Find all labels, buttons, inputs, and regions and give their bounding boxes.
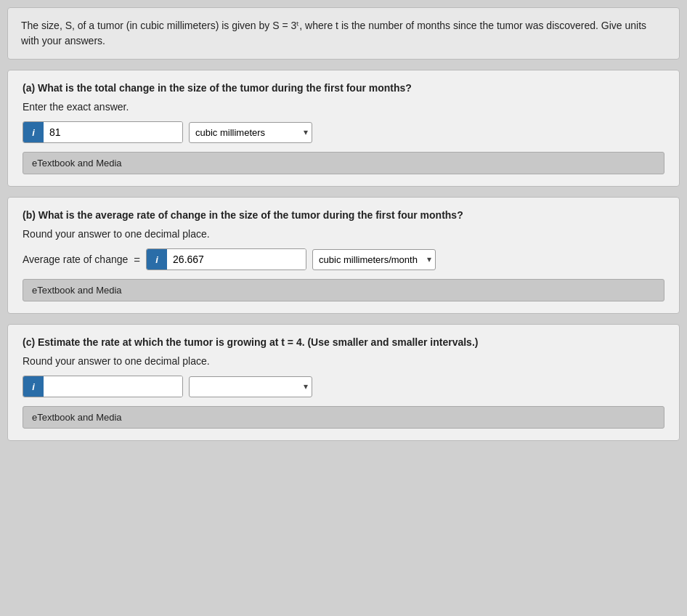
part-b-input-group: i: [146, 248, 306, 270]
intro-card: The size, S, of a tumor (in cubic millim…: [7, 7, 680, 60]
part-c-input-row: i cubic millimeters/month cubic millimet…: [23, 376, 664, 397]
part-b-etextbook[interactable]: eTextbook and Media: [23, 279, 664, 301]
part-b-input-row: Average rate of change = i cubic millime…: [23, 248, 664, 270]
part-c-icon: i: [23, 376, 44, 397]
part-b-card: (b) What is the average rate of change i…: [7, 197, 680, 314]
part-a-input-group: i: [23, 121, 183, 143]
part-c-etextbook[interactable]: eTextbook and Media: [23, 406, 664, 429]
part-c-instruction: Round your answer to one decimal place.: [23, 355, 664, 367]
part-a-instruction: Enter the exact answer.: [23, 101, 664, 113]
part-b-instruction: Round your answer to one decimal place.: [23, 228, 664, 240]
part-a-input-row: i cubic millimeters cubic millimeters/mo…: [23, 121, 664, 143]
part-b-equals: =: [134, 254, 140, 266]
part-a-unit-select-wrapper: cubic millimeters cubic millimeters/mont…: [189, 122, 312, 143]
part-a-etextbook[interactable]: eTextbook and Media: [23, 152, 664, 174]
part-b-unit-select-wrapper: cubic millimeters/month cubic millimeter…: [312, 249, 436, 270]
part-b-input[interactable]: [167, 249, 306, 270]
intro-text: The size, S, of a tumor (in cubic millim…: [21, 20, 646, 46]
part-a-input[interactable]: [44, 122, 182, 142]
part-b-question: (b) What is the average rate of change i…: [23, 209, 664, 221]
part-c-card: (c) Estimate the rate at which the tumor…: [7, 324, 680, 441]
part-a-unit-select[interactable]: cubic millimeters cubic millimeters/mont…: [189, 122, 312, 143]
part-c-input[interactable]: [44, 376, 182, 397]
part-a-icon: i: [23, 122, 44, 142]
part-b-icon: i: [147, 249, 167, 270]
part-c-unit-select[interactable]: cubic millimeters/month cubic millimeter…: [189, 376, 312, 397]
part-c-input-group: i: [23, 376, 183, 397]
part-b-unit-select[interactable]: cubic millimeters/month cubic millimeter…: [312, 249, 436, 270]
part-b-label: Average rate of change: [23, 254, 128, 265]
part-a-question: (a) What is the total change in the size…: [23, 82, 664, 94]
part-c-question: (c) Estimate the rate at which the tumor…: [23, 336, 664, 348]
part-a-card: (a) What is the total change in the size…: [7, 70, 680, 187]
part-c-unit-select-wrapper: cubic millimeters/month cubic millimeter…: [189, 376, 312, 397]
